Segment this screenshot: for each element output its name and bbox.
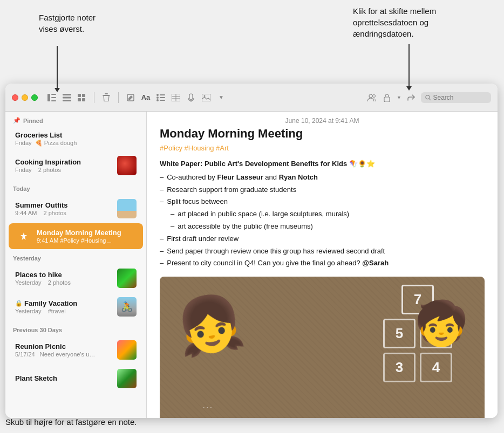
- close-button[interactable]: [12, 94, 18, 101]
- note-meta: 9:44 AM 2 photos: [15, 210, 113, 216]
- section-header-previous: Previous 30 Days: [5, 321, 146, 335]
- note-content: Reunion Picnic 5/17/24 Need everyone's u…: [15, 342, 113, 358]
- checklist-icon[interactable]: [155, 92, 166, 103]
- delete-icon[interactable]: [101, 92, 112, 103]
- girl-figure: 👧: [171, 287, 249, 362]
- format-icon[interactable]: Aa: [140, 92, 151, 103]
- bullet-item: – Co-authored by Fleur Lasseur and Ryan …: [160, 172, 485, 183]
- compose-icon[interactable]: [125, 92, 136, 103]
- list-item[interactable]: Reunion Picnic 5/17/24 Need everyone's u…: [9, 336, 143, 364]
- list-item[interactable]: Places to hike Yesterday 2 photos: [9, 264, 143, 292]
- thumbnail-image: 🚴: [117, 297, 137, 317]
- sidebar: 📌 Pinned Groceries List Friday 🍕 Pizza d…: [5, 112, 147, 418]
- search-box[interactable]: [421, 92, 491, 103]
- search-input[interactable]: [433, 94, 487, 101]
- pin-badge: [15, 228, 32, 245]
- note-attached-image: 👧 7 5 6 3 4 🧒 · · ·: [160, 277, 485, 418]
- svg-point-26: [204, 95, 206, 97]
- bullet-item: – Research support from graduate student…: [160, 184, 485, 196]
- note-main-title: Monday Morning Meeting: [160, 127, 485, 141]
- svg-rect-10: [82, 98, 85, 101]
- minimize-button[interactable]: [22, 94, 28, 101]
- thumbnail-image: [117, 156, 137, 175]
- note-title: Summer Outfits: [15, 201, 113, 209]
- svg-rect-12: [105, 93, 108, 94]
- collaborators-icon[interactable]: [366, 92, 377, 103]
- annotation-left: Fastgjorte noter vises øverst.: [39, 12, 136, 35]
- toolbar-right: ▼: [366, 92, 491, 103]
- sidebar-toggle-icon[interactable]: [46, 92, 57, 103]
- thumbnail-image: [117, 340, 137, 360]
- chalk-marks: · · ·: [203, 404, 212, 411]
- svg-rect-4: [63, 94, 71, 95]
- toolbar: Aa: [5, 84, 498, 112]
- list-item[interactable]: 🔒 Family Vacation Yesterday #travel 🚴: [9, 293, 143, 321]
- note-content: Summer Outfits 9:44 AM 2 photos: [15, 201, 113, 216]
- note-title: Groceries List: [15, 131, 137, 139]
- note-meta: Friday 🍕 Pizza dough: [15, 140, 137, 147]
- note-thumbnail: [117, 269, 137, 288]
- svg-rect-15: [160, 94, 165, 95]
- hopscotch-image: 👧 7 5 6 3 4 🧒 · · ·: [160, 277, 485, 418]
- note-thumbnail: 🚴: [117, 297, 137, 317]
- content-area: 📌 Pinned Groceries List Friday 🍕 Pizza d…: [5, 112, 498, 418]
- hc-cell: 5: [383, 319, 416, 348]
- audio-icon[interactable]: [186, 92, 196, 103]
- note-content: Plant Sketch: [15, 374, 113, 383]
- fullscreen-button[interactable]: [31, 94, 38, 101]
- note-thumbnail: [117, 156, 137, 175]
- note-content: Places to hike Yesterday 2 photos: [15, 271, 113, 286]
- bullet-item: – art placed in public space (i.e. large…: [171, 209, 485, 220]
- note-date[interactable]: June 10, 2024 at 9:41 AM: [147, 112, 498, 127]
- note-title: Plant Sketch: [15, 374, 113, 382]
- section-header-today: Today: [5, 180, 146, 194]
- bullet-item: – Send paper through review once this gr…: [160, 246, 485, 257]
- share-icon[interactable]: [406, 92, 417, 103]
- annotation-right: Klik for at skifte mellem oprettelsesdat…: [353, 5, 472, 39]
- svg-rect-1: [51, 94, 56, 95]
- note-thumbnail: [117, 199, 137, 218]
- annotation-arrow-left: [57, 46, 58, 89]
- toolbar-separator-1: [94, 92, 94, 103]
- list-view-icon[interactable]: [62, 92, 72, 103]
- annotation-arrow-right: [408, 44, 410, 87]
- note-meta: 9:41 AM #Policy #Housing…: [37, 237, 137, 244]
- note-content: Groceries List Friday 🍕 Pizza dough: [15, 131, 137, 147]
- thumbnail-image: [117, 269, 137, 288]
- list-item[interactable]: Cooking Inspiration Friday 2 photos: [9, 152, 143, 180]
- thumbnail-image: [117, 369, 137, 388]
- bullet-item: – Present to city council in Q4! Can you…: [160, 258, 485, 269]
- list-item[interactable]: Groceries List Friday 🍕 Pizza dough: [9, 127, 143, 151]
- media-dropdown-icon[interactable]: ▼: [216, 92, 227, 103]
- svg-rect-9: [78, 98, 81, 101]
- list-item[interactable]: Summer Outfits 9:44 AM 2 photos: [9, 195, 143, 223]
- note-thumbnail: [117, 369, 137, 388]
- svg-rect-19: [160, 100, 165, 101]
- svg-point-14: [156, 94, 159, 96]
- note-title: 🔒 Family Vacation: [15, 299, 113, 307]
- toolbar-separator-2: [118, 92, 119, 103]
- svg-rect-5: [63, 97, 71, 98]
- pinned-header: 📌 Pinned: [5, 112, 146, 126]
- pinned-label: Pinned: [23, 118, 43, 124]
- list-item[interactable]: Plant Sketch: [9, 365, 143, 393]
- note-meta: Yesterday 2 photos: [15, 279, 113, 286]
- annotation-bottom: Skub til højre for at fastgøre en note.: [5, 416, 137, 428]
- lock-icon[interactable]: [382, 92, 392, 103]
- note-detail: June 10, 2024 at 9:41 AM Monday Morning …: [147, 112, 498, 418]
- hc-cell: 3: [383, 353, 416, 382]
- svg-point-27: [369, 94, 372, 98]
- note-content: Cooking Inspiration Friday 2 photos: [15, 158, 113, 173]
- svg-rect-3: [51, 100, 56, 101]
- lock-icon-small: 🔒: [15, 300, 23, 307]
- table-icon[interactable]: [171, 92, 181, 103]
- media-icon[interactable]: [201, 92, 212, 103]
- note-content-body: White Paper: Public Art's Development Be…: [160, 159, 485, 269]
- svg-rect-29: [384, 97, 390, 102]
- svg-point-18: [156, 99, 159, 101]
- note-title: Places to hike: [15, 271, 113, 279]
- grid-view-icon[interactable]: [77, 92, 87, 103]
- bullet-item: – art accessible by the public (free mus…: [171, 221, 485, 232]
- list-item[interactable]: Monday Morning Meeting 9:41 AM #Policy #…: [9, 223, 143, 249]
- note-thumbnail: [117, 340, 137, 360]
